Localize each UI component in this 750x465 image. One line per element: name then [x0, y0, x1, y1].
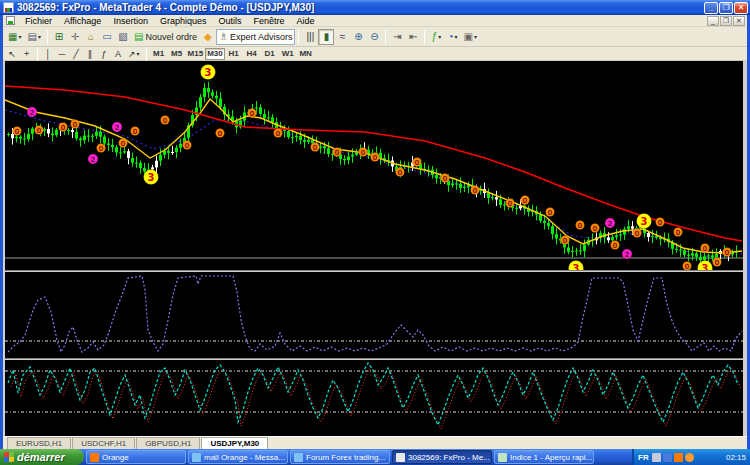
text-button[interactable]: A: [111, 48, 125, 60]
data-window-button[interactable]: ✛: [67, 29, 83, 45]
signal-marker-0: 0: [161, 116, 170, 125]
svg-text:0: 0: [563, 237, 568, 245]
chart-tab-usdchf-h1[interactable]: USDCHF,H1: [72, 437, 135, 449]
menu-item-affichage[interactable]: Affichage: [58, 16, 107, 26]
main-price-chart[interactable]: 0000000000000000000000000000000000222223…: [5, 61, 743, 270]
chart-tab-usdjpy-m30[interactable]: USDJPY,M30: [201, 437, 268, 449]
chart-tab-gbpusd-h1[interactable]: GBPUSD,H1: [136, 437, 200, 449]
indicator-pane-1[interactable]: [5, 272, 743, 358]
dropdown-caret-icon: ▾: [474, 33, 477, 40]
menu-item-insertion[interactable]: Insertion: [107, 16, 154, 26]
menu-item-aide[interactable]: Aide: [291, 16, 321, 26]
timeframe-button-h4[interactable]: H4: [243, 48, 261, 60]
templates-button[interactable]: ▣▾: [460, 29, 479, 45]
start-button[interactable]: démarrer: [0, 449, 84, 465]
metaeditor-button[interactable]: ◆: [200, 29, 216, 45]
tray-orange-circle-icon[interactable]: [685, 453, 694, 462]
trendline-button[interactable]: ╱: [69, 48, 83, 60]
timeframe-button-mn[interactable]: MN: [297, 48, 315, 60]
menu-item-graphiques[interactable]: Graphiques: [154, 16, 213, 26]
timeframe-button-m30[interactable]: M30: [205, 48, 225, 60]
svg-text:3: 3: [148, 172, 155, 183]
timeframe-button-m5[interactable]: M5: [168, 48, 186, 60]
taskbar-task[interactable]: Orange: [86, 450, 186, 464]
menu-item-fichier[interactable]: Fichier: [19, 16, 58, 26]
signal-marker-0: 0: [311, 143, 320, 152]
candlestick-button[interactable]: ▮: [318, 29, 334, 45]
line-chart-button[interactable]: ≈: [334, 29, 350, 45]
dropdown-caret-icon: ▾: [438, 33, 441, 40]
close-button[interactable]: ✕: [734, 2, 748, 14]
profiles-icon: ▤: [27, 31, 36, 42]
candlestick-icon: ▮: [324, 31, 330, 42]
signal-marker-0: 0: [71, 120, 80, 129]
fibonacci-button[interactable]: ƒ: [97, 48, 111, 60]
navigator-button[interactable]: ⌂: [83, 29, 99, 45]
indicator-pane-2[interactable]: [5, 360, 743, 436]
terminal-icon: ▭: [102, 31, 111, 42]
expert-advisors-button[interactable]: ♗Expert Advisors: [216, 29, 296, 45]
channel-button[interactable]: ∥: [83, 48, 97, 60]
chart-shift-button[interactable]: ⇤: [405, 29, 421, 45]
tray-swirl-icon[interactable]: [652, 453, 661, 462]
taskbar-task[interactable]: mail Orange - Messa...: [188, 450, 288, 464]
svg-text:0: 0: [398, 169, 403, 177]
periods-button[interactable]: ◔▾: [444, 29, 460, 45]
tray-orange-square-icon[interactable]: [674, 453, 683, 462]
taskbar-task[interactable]: Forum Forex trading...: [290, 450, 390, 464]
child-restore-button[interactable]: ❐: [720, 16, 732, 26]
svg-text:0: 0: [715, 259, 720, 267]
menu-item-fentre[interactable]: Fenêtre: [247, 16, 290, 26]
svg-text:0: 0: [473, 187, 478, 195]
profiles-button[interactable]: ▤▾: [24, 29, 43, 45]
child-close-button[interactable]: ✕: [733, 16, 745, 26]
cursor-button[interactable]: ↖: [5, 48, 19, 60]
metaeditor-icon: ◆: [204, 31, 212, 42]
timeframe-button-d1[interactable]: D1: [261, 48, 279, 60]
taskbar-task-label: Orange: [102, 453, 129, 462]
child-minimize-button[interactable]: _: [707, 16, 719, 26]
bar-chart-button[interactable]: |||: [302, 29, 318, 45]
horizontal-line-button[interactable]: ─: [55, 48, 69, 60]
signal-marker-3: 3: [569, 261, 584, 271]
signal-marker-0: 0: [59, 123, 68, 132]
expert-advisors-icon: ♗: [219, 31, 228, 42]
indicators-button[interactable]: ƒ▾: [428, 29, 444, 45]
tray-update-icon[interactable]: [663, 453, 672, 462]
indicators-icon: ƒ: [432, 31, 438, 42]
terminal-button[interactable]: ▭: [99, 29, 115, 45]
timeframe-button-w1[interactable]: W1: [279, 48, 297, 60]
timeframe-button-h1[interactable]: H1: [225, 48, 243, 60]
trendline-icon: ╱: [73, 49, 78, 59]
vertical-line-button[interactable]: │: [41, 48, 55, 60]
mt4-window: 3082569: FxPro - MetaTrader 4 - Compte D…: [0, 0, 750, 449]
language-indicator[interactable]: FR: [638, 453, 649, 462]
new-chart-button[interactable]: ▦▾: [5, 29, 24, 45]
svg-text:0: 0: [685, 263, 690, 270]
signal-marker-0: 0: [248, 109, 257, 118]
periods-icon: ◔: [447, 31, 453, 42]
zoom-in-button[interactable]: ⊕: [350, 29, 366, 45]
standard-toolbar: ▦▾▤▾⊞✛⌂▭▧▤Nouvel ordre◆♗Expert Advisors|…: [3, 27, 747, 47]
new-order-button[interactable]: ▤Nouvel ordre: [131, 29, 200, 45]
taskbar-task[interactable]: Indice 1 - Aperçu rapi...: [494, 450, 594, 464]
maximize-button[interactable]: ❐: [719, 2, 733, 14]
strategy-tester-button[interactable]: ▧: [115, 29, 131, 45]
signal-marker-0: 0: [683, 262, 692, 271]
signal-marker-0: 0: [413, 158, 422, 167]
arrows-button[interactable]: ↗▾: [125, 48, 143, 60]
timeframe-button-m15[interactable]: M15: [186, 48, 206, 60]
fibonacci-icon: ƒ: [101, 49, 106, 59]
chart-tab-eurusd-h1[interactable]: EURUSD,H1: [7, 437, 71, 449]
crosshair-button[interactable]: ＋: [19, 48, 34, 60]
metatrader-icon: [396, 453, 405, 462]
minimize-button[interactable]: _: [704, 2, 718, 14]
auto-scroll-button[interactable]: ⇥: [389, 29, 405, 45]
signal-marker-0: 0: [521, 196, 530, 205]
market-watch-button[interactable]: ⊞: [51, 29, 67, 45]
taskbar-task[interactable]: 3082569: FxPro - Me...: [392, 450, 492, 464]
svg-text:0: 0: [635, 230, 640, 238]
zoom-out-button[interactable]: ⊖: [366, 29, 382, 45]
menu-item-outils[interactable]: Outils: [212, 16, 247, 26]
timeframe-button-m1[interactable]: M1: [150, 48, 168, 60]
